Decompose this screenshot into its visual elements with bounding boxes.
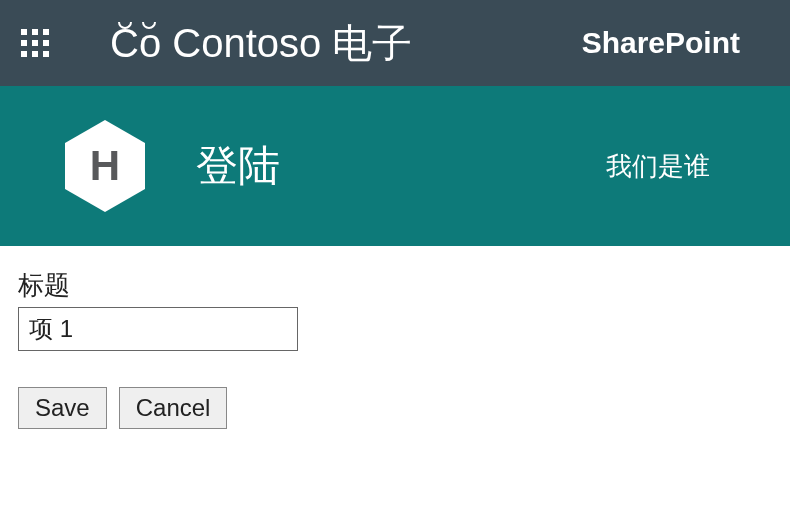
- form-area: 标题 Save Cancel: [0, 246, 790, 451]
- brand: Co Contoso 电子: [70, 16, 582, 71]
- save-button[interactable]: Save: [18, 387, 107, 429]
- button-row: Save Cancel: [18, 387, 772, 429]
- suite-bar: Co Contoso 电子 SharePoint: [0, 0, 790, 86]
- title-field-label: 标题: [18, 268, 772, 303]
- hexagon-icon: H: [65, 120, 145, 212]
- title-input[interactable]: [18, 307, 298, 351]
- site-title[interactable]: 登陆: [196, 138, 280, 194]
- product-link[interactable]: SharePoint: [582, 26, 770, 60]
- nav-item-about[interactable]: 我们是谁: [606, 151, 710, 181]
- waffle-icon: [21, 29, 49, 57]
- site-nav: 我们是谁: [606, 149, 710, 184]
- cancel-button[interactable]: Cancel: [119, 387, 228, 429]
- site-logo-letter: H: [90, 142, 120, 190]
- site-logo[interactable]: H: [60, 116, 150, 216]
- site-header: H 登陆 我们是谁: [0, 86, 790, 246]
- app-launcher-button[interactable]: [0, 0, 70, 86]
- brand-accent-icon: [118, 22, 156, 29]
